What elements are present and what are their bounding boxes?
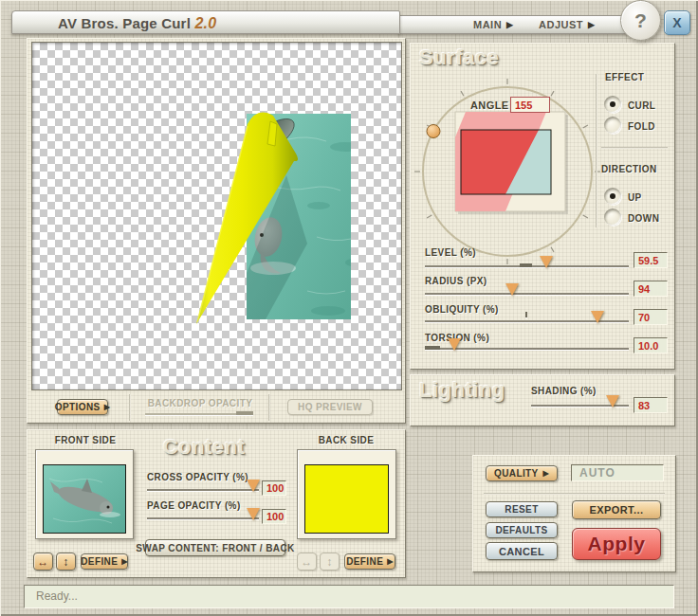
- back-side-thumbnail[interactable]: [297, 449, 396, 539]
- radio-up-label: UP: [628, 192, 642, 203]
- plugin-window: MAIN ▶ ADJUST ▶ AV Bros. Page Curl 2.0 ?…: [0, 0, 698, 616]
- front-side-thumbnail[interactable]: [35, 449, 134, 539]
- status-bar: Ready...: [24, 585, 674, 608]
- content-title: Content: [142, 435, 266, 460]
- obliquity-label: OBLIQUITY (%): [425, 304, 499, 315]
- front-flip-horizontal-button[interactable]: ↔: [33, 553, 53, 571]
- quality-button[interactable]: QUALITY ▶: [486, 465, 558, 481]
- radius-knob[interactable]: [505, 283, 519, 296]
- quality-label: QUALITY: [494, 468, 539, 479]
- quality-arrow-icon: ▶: [542, 469, 549, 478]
- actions-divider: [484, 493, 665, 495]
- backdrop-opacity-label: BACKDROP OPACITY: [142, 398, 258, 408]
- reset-button[interactable]: RESET: [486, 501, 558, 517]
- torsion-default-mark: [425, 346, 440, 350]
- options-button[interactable]: OPTIONS ▶: [57, 399, 108, 415]
- torsion-input[interactable]: [634, 337, 668, 353]
- radio-down-label: DOWN: [628, 213, 659, 224]
- defaults-button[interactable]: DEFAULTS: [486, 522, 558, 538]
- define-arrow-icon: ▶: [387, 557, 394, 566]
- obliquity-input[interactable]: [634, 309, 668, 325]
- obliquity-center-tick: [525, 312, 527, 317]
- radio-down[interactable]: [604, 208, 621, 226]
- app-title-text: AV Bros. Page Curl: [58, 15, 191, 31]
- cross-opacity-knob[interactable]: [247, 480, 260, 492]
- app-title: AV Bros. Page Curl 2.0: [58, 15, 216, 32]
- radio-dot: [610, 193, 615, 199]
- page-opacity-knob[interactable]: [247, 508, 260, 520]
- front-flip-vertical-button[interactable]: ↕: [56, 553, 76, 571]
- radio-fold[interactable]: [604, 117, 621, 134]
- radio-fold-label: FOLD: [628, 121, 655, 132]
- dial-thumbnail: [425, 112, 568, 214]
- strip-divider: [268, 394, 270, 421]
- level-label: LEVEL (%): [425, 247, 476, 258]
- effect-divider: [596, 74, 597, 227]
- back-side-label: BACK SIDE: [308, 435, 384, 445]
- swap-content-button[interactable]: SWAP CONTENT: FRONT / BACK: [145, 539, 285, 556]
- torsion-knob[interactable]: [448, 338, 461, 351]
- front-define-label: DEFINE: [81, 556, 118, 567]
- menu-arrow-icon: ▶: [506, 20, 513, 29]
- options-label: OPTIONS: [55, 402, 101, 412]
- radius-input[interactable]: [634, 281, 668, 297]
- back-define-button[interactable]: DEFINE ▶: [344, 553, 395, 570]
- preview-canvas[interactable]: [31, 42, 402, 390]
- back-flip-horizontal-button[interactable]: ↔: [297, 553, 317, 571]
- hq-preview-button[interactable]: HQ PREVIEW: [287, 399, 373, 415]
- angle-knob[interactable]: [427, 125, 440, 138]
- menu-main[interactable]: MAIN ▶: [473, 19, 514, 30]
- shading-label: SHADING (%): [531, 386, 597, 396]
- level-default-mark: [520, 263, 532, 267]
- quality-value-field: [571, 464, 664, 481]
- surface-title: Surface: [419, 45, 499, 70]
- radius-label: RADIUS (PX): [425, 276, 487, 286]
- menu-arrow-icon: ▶: [588, 20, 595, 29]
- front-define-button[interactable]: DEFINE ▶: [81, 553, 128, 570]
- page-opacity-input[interactable]: [262, 509, 286, 524]
- obliquity-knob[interactable]: [591, 311, 604, 323]
- radio-curl-label: CURL: [628, 100, 655, 111]
- direction-label: DIRECTION: [601, 164, 657, 174]
- level-input[interactable]: [634, 252, 668, 268]
- strip-divider: [129, 394, 131, 421]
- direction-divider: [601, 147, 668, 149]
- menu-main-label: MAIN: [473, 19, 502, 30]
- titlebar-menu-strip: MAIN ▶ ADJUST ▶: [398, 15, 656, 34]
- define-arrow-icon: ▶: [121, 557, 128, 566]
- front-image-thumb: [43, 464, 126, 534]
- cross-opacity-label: CROSS OPACITY (%): [147, 472, 248, 482]
- page-opacity-slider[interactable]: [147, 517, 259, 519]
- app-version: 2.0: [194, 15, 216, 31]
- back-define-label: DEFINE: [346, 556, 383, 567]
- cross-opacity-input[interactable]: [262, 480, 286, 496]
- export-button[interactable]: EXPORT...: [572, 500, 661, 519]
- titlebar: AV Bros. Page Curl 2.0: [11, 10, 400, 34]
- cancel-button[interactable]: CANCEL: [486, 542, 558, 560]
- menu-adjust[interactable]: ADJUST ▶: [539, 19, 595, 30]
- options-arrow-icon: ▶: [104, 403, 111, 411]
- menu-adjust-label: ADJUST: [539, 19, 583, 30]
- shading-knob[interactable]: [606, 395, 619, 408]
- level-knob[interactable]: [540, 256, 553, 268]
- preview-scene: [32, 43, 401, 390]
- angle-label: ANGLE: [470, 100, 509, 111]
- front-side-label: FRONT SIDE: [38, 435, 133, 445]
- back-flip-vertical-button[interactable]: ↕: [320, 553, 340, 571]
- help-button[interactable]: ?: [620, 0, 661, 41]
- effect-label: EFFECT: [605, 72, 644, 82]
- backdrop-default-mark: [236, 411, 253, 415]
- cross-opacity-slider[interactable]: [147, 489, 259, 491]
- radio-curl[interactable]: [604, 96, 621, 113]
- lighting-title: Lighting: [419, 378, 505, 403]
- back-image-thumb: [304, 464, 389, 534]
- radius-slider[interactable]: [425, 293, 629, 295]
- radio-dot: [610, 101, 615, 107]
- apply-button[interactable]: Apply: [572, 528, 661, 560]
- angle-input[interactable]: [510, 97, 550, 113]
- shading-input[interactable]: [634, 397, 668, 413]
- radio-up[interactable]: [604, 188, 621, 205]
- close-button[interactable]: X: [664, 10, 690, 35]
- angle-dial[interactable]: [414, 76, 604, 270]
- page-opacity-label: PAGE OPACITY (%): [147, 500, 241, 511]
